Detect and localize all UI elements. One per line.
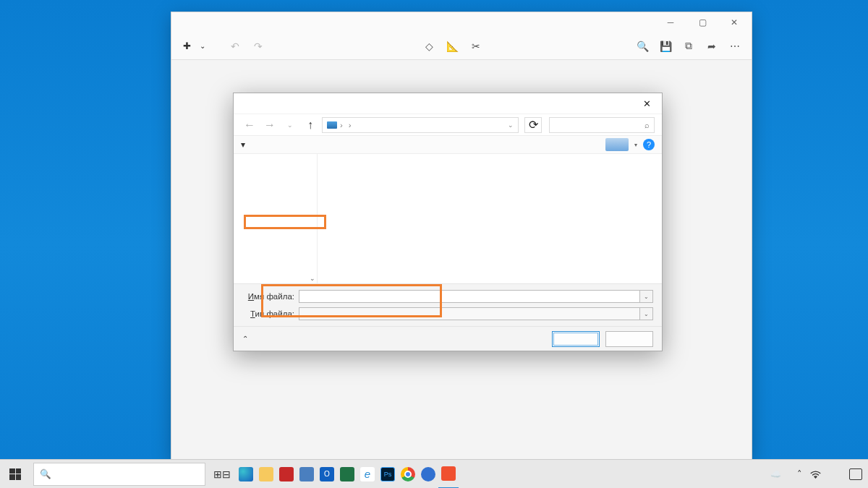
share-button[interactable]: ➦ xyxy=(702,37,721,56)
search-icon: 🔍 xyxy=(40,468,51,479)
plus-icon: ✚ xyxy=(183,40,191,51)
dialog-titlebar[interactable]: ✕ xyxy=(234,93,662,114)
forward-button[interactable]: → xyxy=(261,116,278,134)
chevron-down-icon: ⌄ xyxy=(200,42,205,50)
help-button[interactable]: ? xyxy=(643,139,655,150)
maximize-button[interactable]: ▢ xyxy=(686,12,718,33)
weather-icon: ☁️ xyxy=(770,469,781,479)
snip-toolbar: ✚ ⌄ ↶ ↷ ◇ 📐 ✂ 🔍 💾 ⧉ ➦ ⋯ xyxy=(171,33,752,60)
filename-label: Имя файла: xyxy=(242,292,294,301)
taskbar-app-ps[interactable]: Ps xyxy=(378,460,398,489)
taskbar-app-excel[interactable] xyxy=(337,460,357,489)
dialog-toolbar: ▾ ▾ ? xyxy=(234,135,662,154)
tray-overflow-button[interactable]: ˄ xyxy=(791,460,807,489)
chevron-down-icon[interactable]: ▾ xyxy=(634,142,637,148)
new-snip-button[interactable]: ✚ ⌄ xyxy=(179,38,210,54)
ruler-button[interactable]: 📐 xyxy=(443,37,462,56)
windows-icon xyxy=(9,468,21,480)
chevron-down-icon[interactable]: ⌄ xyxy=(508,121,514,129)
copy-button[interactable]: ⧉ xyxy=(679,37,698,56)
folder-grid[interactable] xyxy=(318,154,662,283)
task-view-button[interactable]: ⊞⊟ xyxy=(208,460,236,489)
organize-menu[interactable]: ▾ xyxy=(241,140,245,150)
dialog-navbar: ← → ⌄ ↑ › › ⌄ ⟳ ⌕ xyxy=(234,114,662,135)
filetype-select[interactable] xyxy=(299,307,640,320)
filename-input[interactable] xyxy=(299,290,640,303)
taskbar: 🔍 ⊞⊟ O e Ps ☁️ ˄ xyxy=(0,459,868,488)
pc-icon xyxy=(327,121,337,129)
taskbar-app-3[interactable] xyxy=(418,460,438,489)
close-button[interactable]: ✕ xyxy=(718,12,750,33)
dialog-footer: ⌃ xyxy=(234,326,662,351)
minimize-button[interactable]: ─ xyxy=(655,12,686,33)
eraser-button[interactable]: ◇ xyxy=(420,37,439,56)
search-icon: ⌕ xyxy=(644,121,650,129)
redo-button[interactable]: ↷ xyxy=(249,37,268,56)
breadcrumb[interactable]: › › ⌄ xyxy=(322,117,519,133)
chevron-down-icon[interactable]: ⌄ xyxy=(281,116,299,134)
folder-tree[interactable]: ⌄ xyxy=(234,154,318,283)
taskbar-app-explorer[interactable] xyxy=(256,460,276,489)
hide-folders-toggle[interactable]: ⌃ xyxy=(242,335,251,343)
taskbar-app-2[interactable] xyxy=(297,460,317,489)
up-button[interactable]: ↑ xyxy=(302,116,319,134)
filename-history-dropdown[interactable]: ⌄ xyxy=(640,290,653,303)
undo-button[interactable]: ↶ xyxy=(226,37,244,56)
taskbar-app-outlook[interactable]: O xyxy=(317,460,337,489)
save-confirm-button[interactable] xyxy=(552,331,600,347)
taskbar-search-input[interactable]: 🔍 xyxy=(33,463,205,486)
chevron-up-icon: ⌃ xyxy=(242,335,248,343)
crop-button[interactable]: ✂ xyxy=(467,37,485,56)
taskbar-app-ie[interactable]: e xyxy=(357,460,378,489)
notifications-button[interactable] xyxy=(843,460,868,489)
cancel-button[interactable] xyxy=(605,331,653,347)
filetype-label: Тип файла: xyxy=(242,309,294,318)
wifi-icon[interactable] xyxy=(807,460,823,489)
scroll-down-icon[interactable]: ⌄ xyxy=(310,275,315,282)
chevron-right-icon: › xyxy=(340,121,343,129)
notification-icon xyxy=(849,468,862,480)
search-input[interactable]: ⌕ xyxy=(549,117,655,133)
taskbar-app-edge[interactable] xyxy=(236,460,256,489)
back-button[interactable]: ← xyxy=(241,116,258,134)
save-button[interactable]: 💾 xyxy=(656,37,675,56)
zoom-button[interactable]: 🔍 xyxy=(633,37,652,56)
filetype-dropdown[interactable]: ⌄ xyxy=(640,307,653,320)
view-mode-button[interactable] xyxy=(605,138,629,151)
more-button[interactable]: ⋯ xyxy=(726,37,744,56)
start-button[interactable] xyxy=(0,460,30,489)
dialog-close-button[interactable]: ✕ xyxy=(636,95,658,111)
taskbar-app-snip[interactable] xyxy=(438,460,459,489)
save-dialog: ✕ ← → ⌄ ↑ › › ⌄ ⟳ ⌕ ▾ ▾ ? ⌄ xyxy=(233,93,663,351)
weather-widget[interactable]: ☁️ xyxy=(765,469,791,479)
snip-titlebar[interactable]: ─ ▢ ✕ xyxy=(171,12,752,33)
refresh-button[interactable]: ⟳ xyxy=(524,117,542,133)
chevron-right-icon: › xyxy=(349,121,352,129)
taskbar-app-1[interactable] xyxy=(276,460,297,489)
taskbar-app-chrome[interactable] xyxy=(398,460,418,489)
